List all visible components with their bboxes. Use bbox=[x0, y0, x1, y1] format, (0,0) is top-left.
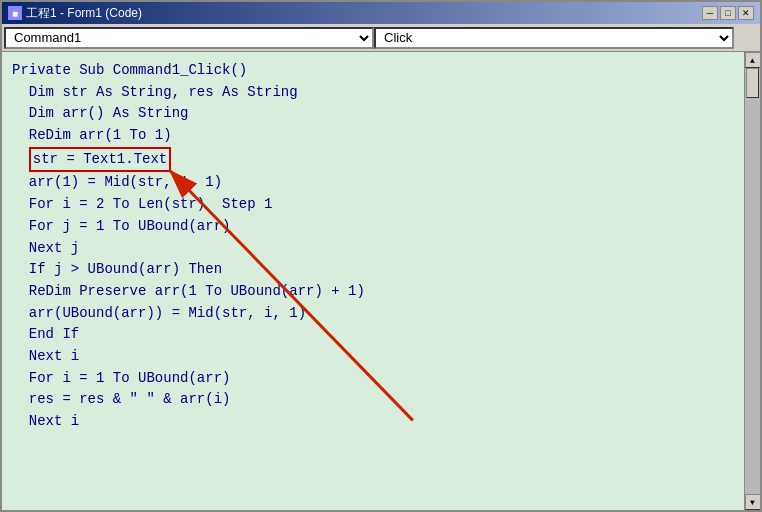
code-line: res = res & " " & arr(i) bbox=[12, 389, 734, 411]
code-line: For j = 1 To UBound(arr) bbox=[12, 216, 734, 238]
code-line: Next j bbox=[12, 238, 734, 260]
maximize-button[interactable]: □ bbox=[720, 6, 736, 20]
window-title: 工程1 - Form1 (Code) bbox=[26, 5, 142, 22]
scroll-up-button[interactable]: ▲ bbox=[745, 52, 761, 68]
object-dropdown[interactable]: Command1 bbox=[4, 27, 374, 49]
code-line-highlighted: str = Text1.Text bbox=[12, 147, 734, 173]
event-dropdown[interactable]: Click bbox=[374, 27, 734, 49]
scroll-down-button[interactable]: ▼ bbox=[745, 494, 761, 510]
scroll-thumb[interactable] bbox=[746, 68, 759, 98]
highlight-box: str = Text1.Text bbox=[29, 147, 171, 173]
code-line: Dim arr() As String bbox=[12, 103, 734, 125]
code-line: For i = 1 To UBound(arr) bbox=[12, 368, 734, 390]
main-window: ■ 工程1 - Form1 (Code) ─ □ ✕ Command1 Clic… bbox=[0, 0, 762, 512]
code-line: For i = 2 To Len(str) Step 1 bbox=[12, 194, 734, 216]
vertical-scrollbar[interactable]: ▲ ▼ bbox=[744, 52, 760, 510]
title-bar-left: ■ 工程1 - Form1 (Code) bbox=[8, 5, 142, 22]
title-bar: ■ 工程1 - Form1 (Code) ─ □ ✕ bbox=[2, 2, 760, 24]
code-container: Private Sub Command1_Click() Dim str As … bbox=[2, 52, 760, 510]
code-line: Next i bbox=[12, 411, 734, 433]
code-line: ReDim arr(1 To 1) bbox=[12, 125, 734, 147]
code-line: Private Sub Command1_Click() bbox=[12, 60, 734, 82]
code-line: End If bbox=[12, 324, 734, 346]
window-icon: ■ bbox=[8, 6, 22, 20]
title-controls: ─ □ ✕ bbox=[702, 6, 754, 20]
minimize-button[interactable]: ─ bbox=[702, 6, 718, 20]
code-line: If j > UBound(arr) Then bbox=[12, 259, 734, 281]
code-line: Next i bbox=[12, 346, 734, 368]
scroll-track[interactable] bbox=[745, 68, 760, 494]
code-line: ReDim Preserve arr(1 To UBound(arr) + 1) bbox=[12, 281, 734, 303]
toolbar: Command1 Click bbox=[2, 24, 760, 52]
close-button[interactable]: ✕ bbox=[738, 6, 754, 20]
code-line: arr(UBound(arr)) = Mid(str, i, 1) bbox=[12, 303, 734, 325]
code-line: Dim str As String, res As String bbox=[12, 82, 734, 104]
code-line: arr(1) = Mid(str, 1, 1) bbox=[12, 172, 734, 194]
code-editor[interactable]: Private Sub Command1_Click() Dim str As … bbox=[2, 52, 744, 510]
